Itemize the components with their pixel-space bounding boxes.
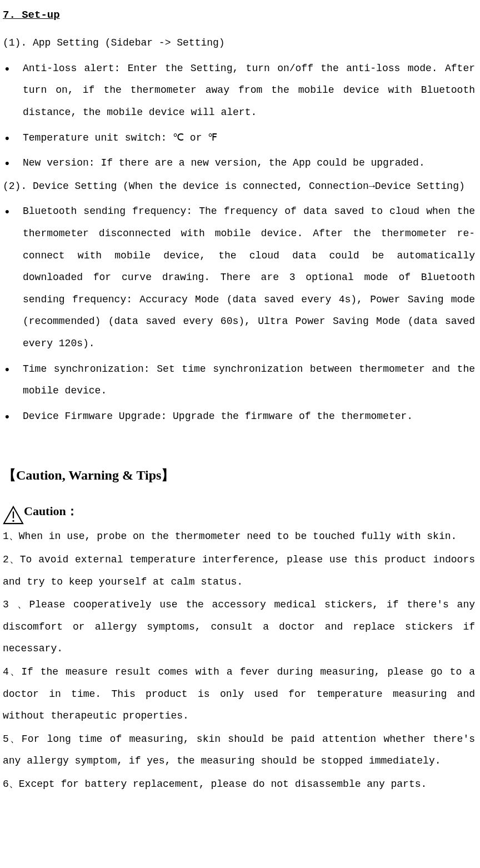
caution-sub-heading: Caution： (24, 498, 78, 525)
caution-item: 3 、Please cooperatively use the accessor… (3, 594, 475, 660)
list-item: Anti-loss alert: Enter the Setting, turn… (3, 58, 475, 124)
list-item: Temperature unit switch: ℃ or ℉ (3, 127, 475, 149)
subheading-1: (1). App Setting (Sidebar -> Setting) (3, 32, 475, 54)
caution-item: 5、For long time of measuring, skin shoul… (3, 729, 475, 772)
list-item: Device Firmware Upgrade: Upgrade the fir… (3, 406, 475, 428)
list-item: New version: If there are a new version,… (3, 152, 475, 174)
caution-item: 2、To avoid external temperature interfer… (3, 549, 475, 593)
section-heading: 7. Set-up (3, 6, 475, 24)
caution-item: 6、Except for battery replacement, please… (3, 774, 475, 796)
bullet-list-2: Bluetooth sending frequency: The frequen… (3, 201, 475, 427)
caution-main-heading: 【Caution, Warning & Tips】 (3, 461, 475, 490)
warning-triangle-icon (3, 506, 24, 525)
list-item: Bluetooth sending frequency: The frequen… (3, 201, 475, 355)
caution-item: 4、If the measure result comes with a fev… (3, 661, 475, 727)
subheading-2: (2). Device Setting (When the device is … (3, 176, 475, 198)
svg-point-2 (12, 520, 14, 522)
bullet-list-1: Anti-loss alert: Enter the Setting, turn… (3, 58, 475, 174)
caution-item: 1、When in use, probe on the thermometer … (3, 526, 475, 548)
list-item: Time synchronization: Set time synchroni… (3, 358, 475, 402)
